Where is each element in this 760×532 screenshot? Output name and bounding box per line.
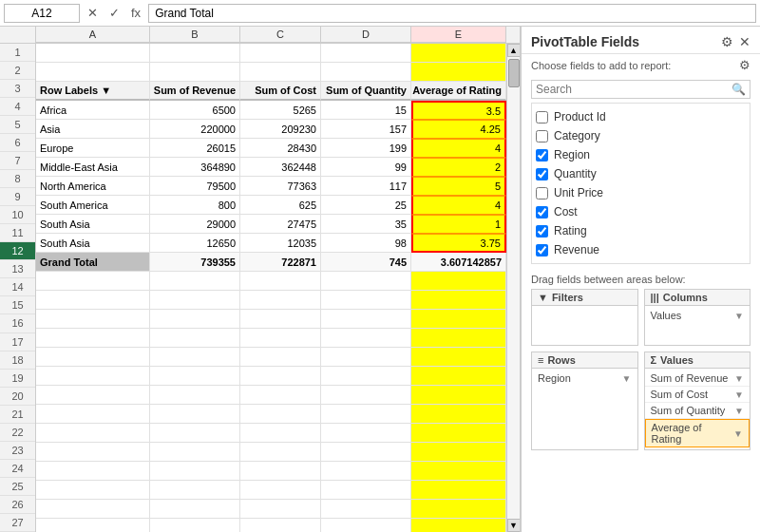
cell-2-a[interactable] (36, 63, 150, 82)
field-checkbox-rating[interactable] (536, 225, 548, 238)
col-header-c[interactable]: C (240, 27, 321, 43)
cell-17-e[interactable] (411, 348, 506, 367)
cell-7-e[interactable]: 2 (411, 158, 506, 177)
rows-item[interactable]: Region▼ (532, 370, 637, 386)
cell-5-b[interactable]: 220000 (150, 120, 240, 139)
field-checkbox-product-id[interactable] (536, 111, 548, 124)
cell-3-e[interactable]: Average of Rating (411, 82, 506, 101)
values-item-arrow-3[interactable]: ▼ (733, 428, 743, 439)
cell-7-b[interactable]: 364890 (150, 158, 240, 177)
cell-19-a[interactable] (36, 386, 150, 405)
cell-21-b[interactable] (150, 424, 240, 443)
row-num-2[interactable]: 2 (0, 62, 35, 80)
cell-19-d[interactable] (321, 386, 411, 405)
scroll-up-arrow[interactable]: ▲ (507, 44, 521, 57)
cell-15-e[interactable] (411, 310, 506, 329)
values-item-2[interactable]: Sum of Quantity▼ (645, 403, 750, 419)
row-num-8[interactable]: 8 (0, 170, 35, 188)
row-num-17[interactable]: 17 (0, 333, 35, 352)
row-num-5[interactable]: 5 (0, 116, 35, 134)
pivot-search-input[interactable] (536, 83, 732, 96)
row-num-7[interactable]: 7 (0, 152, 35, 170)
cell-2-c[interactable] (240, 63, 321, 82)
cell-20-e[interactable] (411, 405, 506, 424)
scroll-track[interactable] (508, 57, 520, 519)
cell-17-d[interactable] (321, 348, 411, 367)
cell-19-c[interactable] (240, 386, 321, 405)
cell-18-d[interactable] (321, 367, 411, 386)
cell-1-c[interactable] (240, 44, 321, 63)
cell-14-e[interactable] (411, 291, 506, 310)
row-num-20[interactable]: 20 (0, 388, 35, 406)
cell-13-a[interactable] (36, 272, 150, 291)
cell-15-b[interactable] (150, 310, 240, 329)
row-num-11[interactable]: 11 (0, 224, 35, 242)
cell-26-a[interactable] (36, 519, 150, 532)
cell-17-b[interactable] (150, 348, 240, 367)
cell-10-c[interactable]: 27475 (240, 215, 321, 234)
cell-3-a[interactable]: Row Labels ▼ (36, 82, 150, 101)
row-num-13[interactable]: 13 (0, 260, 35, 278)
cell-22-e[interactable] (411, 443, 506, 462)
cell-13-b[interactable] (150, 272, 240, 291)
cell-21-a[interactable] (36, 424, 150, 443)
cell-25-a[interactable] (36, 500, 150, 519)
cell-6-e[interactable]: 4 (411, 139, 506, 158)
cell-12-c[interactable]: 722871 (240, 253, 321, 272)
cell-5-a[interactable]: Asia (36, 120, 150, 139)
cell-21-c[interactable] (240, 424, 321, 443)
cell-8-b[interactable]: 79500 (150, 177, 240, 196)
cell-9-d[interactable]: 25 (321, 196, 411, 215)
cell-15-a[interactable] (36, 310, 150, 329)
cell-24-d[interactable] (321, 481, 411, 500)
rows-item-arrow[interactable]: ▼ (622, 373, 632, 384)
cell-24-b[interactable] (150, 481, 240, 500)
row-num-10[interactable]: 10 (0, 206, 35, 224)
row-num-3[interactable]: 3 (0, 80, 35, 98)
cell-23-d[interactable] (321, 462, 411, 481)
cell-8-c[interactable]: 77363 (240, 177, 321, 196)
cell-2-e[interactable] (411, 63, 506, 82)
row-num-12[interactable]: 12 (0, 242, 35, 260)
row-num-23[interactable]: 23 (0, 442, 35, 460)
cell-21-d[interactable] (321, 424, 411, 443)
cell-5-e[interactable]: 4.25 (411, 120, 506, 139)
row-num-26[interactable]: 26 (0, 496, 35, 514)
cell-26-e[interactable] (411, 519, 506, 532)
pivot-close-icon[interactable]: ✕ (739, 34, 750, 49)
row-num-16[interactable]: 16 (0, 314, 35, 332)
cell-5-d[interactable]: 157 (321, 120, 411, 139)
cell-9-e[interactable]: 4 (411, 196, 506, 215)
cell-26-b[interactable] (150, 519, 240, 532)
field-checkbox-category[interactable] (536, 130, 548, 142)
cell-23-b[interactable] (150, 462, 240, 481)
cell-9-a[interactable]: South America (36, 196, 150, 215)
cell-13-d[interactable] (321, 272, 411, 291)
cell-4-a[interactable]: Africa (36, 101, 150, 120)
cell-11-a[interactable]: South Asia (36, 234, 150, 253)
cell-20-d[interactable] (321, 405, 411, 424)
vertical-scrollbar[interactable]: ▲ ▼ (506, 44, 520, 532)
insert-function-button[interactable]: fx (127, 4, 144, 22)
cell-24-e[interactable] (411, 481, 506, 500)
values-item-arrow-0[interactable]: ▼ (734, 373, 744, 384)
cell-2-d[interactable] (321, 63, 411, 82)
cell-5-c[interactable]: 209230 (240, 120, 321, 139)
row-num-14[interactable]: 14 (0, 278, 35, 296)
cell-15-c[interactable] (240, 310, 321, 329)
cell-8-a[interactable]: North America (36, 177, 150, 196)
field-checkbox-quantity[interactable] (536, 168, 548, 180)
cell-9-b[interactable]: 800 (150, 196, 240, 215)
cell-17-a[interactable] (36, 348, 150, 367)
field-checkbox-profit-margin[interactable] (536, 263, 548, 265)
cell-20-a[interactable] (36, 405, 150, 424)
cell-1-a[interactable] (36, 44, 150, 63)
cell-12-e[interactable]: 3.607142857 (411, 253, 506, 272)
values-item-0[interactable]: Sum of Revenue▼ (645, 370, 750, 387)
cell-10-b[interactable]: 29000 (150, 215, 240, 234)
cell-23-c[interactable] (240, 462, 321, 481)
row-num-18[interactable]: 18 (0, 352, 35, 370)
cell-3-c[interactable]: Sum of Cost (240, 82, 321, 101)
cell-10-d[interactable]: 35 (321, 215, 411, 234)
cell-18-b[interactable] (150, 367, 240, 386)
